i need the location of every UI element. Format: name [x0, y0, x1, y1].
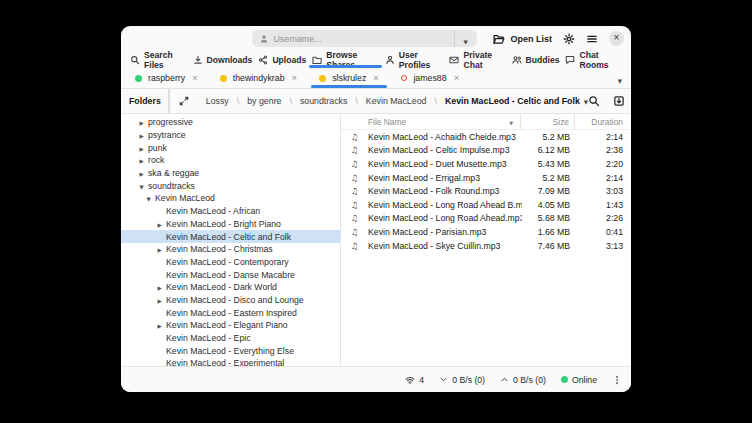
user-tab[interactable]: raspberry	[124, 68, 209, 88]
tree-row[interactable]: Kevin MacLeod - Everything Else	[121, 344, 340, 357]
close-icon[interactable]	[292, 73, 298, 83]
expander-icon[interactable]	[135, 181, 148, 191]
file-row[interactable]: Kevin MacLeod - Achaidh Cheide.mp3 5.2 M…	[341, 130, 631, 144]
tree-row[interactable]: Kevin MacLeod - African	[121, 205, 340, 218]
expand-all-button[interactable]	[179, 96, 189, 106]
user-tab[interactable]: slskrulez	[308, 68, 390, 88]
column-header-filename[interactable]: File Name	[341, 114, 521, 129]
expander-icon[interactable]	[135, 168, 148, 178]
expander-icon[interactable]	[153, 320, 166, 330]
window-close-button[interactable]	[609, 31, 624, 46]
close-icon[interactable]	[373, 73, 379, 83]
connections-count: 4	[419, 375, 424, 385]
expander-icon[interactable]	[135, 117, 148, 127]
preferences-button[interactable]	[563, 33, 575, 45]
download-rate-indicator[interactable]: 0 B/s (0)	[439, 375, 485, 385]
tree-row[interactable]: Kevin MacLeod - Christmas	[121, 243, 340, 256]
tree-row[interactable]: ska & reggae	[121, 167, 340, 180]
file-row[interactable]: Kevin MacLeod - Long Road Ahead.mp3 5.68…	[341, 212, 631, 226]
tree-row[interactable]: Kevin MacLeod - Eastern Inspired	[121, 306, 340, 319]
file-row[interactable]: Kevin MacLeod - Long Road Ahead B.mp3 4.…	[341, 198, 631, 212]
online-status[interactable]: Online	[561, 375, 597, 385]
column-header-duration[interactable]: Duration	[575, 114, 631, 129]
music-note-icon	[341, 213, 368, 223]
user-tab[interactable]: thewindykrab	[209, 68, 308, 88]
file-name: Kevin MacLeod - Skye Cuillin.mp3	[368, 241, 522, 251]
upload-rate-indicator[interactable]: 0 B/s (0)	[500, 375, 546, 385]
expander-icon[interactable]	[135, 155, 148, 165]
music-note-icon	[341, 145, 368, 155]
tree-row[interactable]: punk	[121, 141, 340, 154]
tree-row[interactable]: psytrance	[121, 129, 340, 142]
file-size: 7.46 MB	[522, 241, 575, 251]
column-header-size[interactable]: Size	[521, 114, 575, 129]
folder-tree: progressive psytrance punk rock ska & re…	[121, 114, 341, 366]
header-actions: Open List	[493, 26, 624, 51]
file-row[interactable]: Kevin MacLeod - Parisian.mp3 1.66 MB 0:4…	[341, 225, 631, 239]
primary-tab[interactable]: User Profiles	[382, 51, 447, 68]
username-input[interactable]: Username…	[252, 30, 454, 47]
hamburger-menu-button[interactable]	[586, 33, 598, 45]
tree-row[interactable]: Kevin MacLeod - Experimental	[121, 357, 340, 366]
tree-row[interactable]: Kevin MacLeod - Elegant Piano	[121, 319, 340, 332]
file-row[interactable]: Kevin MacLeod - Skye Cuillin.mp3 7.46 MB…	[341, 239, 631, 253]
breadcrumb-segment[interactable]: soundtracks \	[300, 96, 358, 106]
file-row[interactable]: Kevin MacLeod - Celtic Impulse.mp3 6.12 …	[341, 144, 631, 158]
expander-icon[interactable]	[153, 295, 166, 305]
close-icon[interactable]	[192, 73, 198, 83]
tree-row[interactable]: Kevin MacLeod - Celtic and Folk	[121, 230, 340, 243]
tree-row[interactable]: Kevin MacLeod - Contemporary	[121, 256, 340, 269]
tree-row-label: Kevin MacLeod - Danse Macabre	[166, 270, 295, 280]
breadcrumb-segment[interactable]: Lossy \	[206, 96, 239, 106]
tree-row[interactable]: Kevin MacLeod - Disco and Lounge	[121, 294, 340, 307]
breadcrumb-segment[interactable]: Kevin MacLeod \	[366, 96, 437, 106]
file-name: Kevin MacLeod - Long Road Ahead.mp3	[368, 213, 522, 223]
tree-row[interactable]: Kevin MacLeod	[121, 192, 340, 205]
primary-tab[interactable]: Downloads	[190, 51, 256, 68]
tree-row[interactable]: rock	[121, 154, 340, 167]
primary-tab[interactable]: Private Chat	[446, 51, 508, 68]
expander-icon[interactable]	[142, 193, 155, 203]
expander-icon[interactable]	[135, 143, 148, 153]
user-tab[interactable]: james88	[390, 68, 470, 88]
breadcrumb: Lossy \ by genre \ soundtracks \ Kevin M…	[206, 96, 588, 106]
username-dropdown-button[interactable]	[454, 30, 477, 47]
folder-open-icon	[493, 33, 505, 45]
file-row[interactable]: Kevin MacLeod - Errigal.mp3 5.2 MB 2:14	[341, 171, 631, 185]
toolbar-actions	[588, 95, 631, 107]
tab-overflow-button[interactable]	[618, 69, 622, 87]
primary-tab[interactable]: Search Files	[127, 51, 190, 68]
tree-row[interactable]: Kevin MacLeod - Danse Macabre	[121, 268, 340, 281]
user-status-icon	[401, 75, 408, 82]
tree-row-label: Kevin MacLeod - Epic	[166, 333, 251, 343]
search-folders-button[interactable]	[588, 95, 600, 107]
folder-count-badge[interactable]: 6,801	[169, 89, 170, 114]
file-size: 5.43 MB	[522, 159, 575, 169]
close-icon[interactable]	[454, 73, 460, 83]
open-list-button[interactable]: Open List	[493, 33, 552, 45]
expander-icon[interactable]	[153, 282, 166, 292]
expander-icon[interactable]	[135, 130, 148, 140]
tree-row[interactable]: soundtracks	[121, 179, 340, 192]
expander-icon[interactable]	[153, 219, 166, 229]
breadcrumb-current[interactable]: Kevin MacLeod - Celtic and Folk	[445, 96, 588, 106]
primary-tab[interactable]: Browse Shares	[309, 51, 382, 68]
file-row[interactable]: Kevin MacLeod - Duet Musette.mp3 5.43 MB…	[341, 157, 631, 171]
tree-row-label: Kevin MacLeod	[155, 193, 215, 203]
tree-row[interactable]: Kevin MacLeod - Bright Piano	[121, 218, 340, 231]
primary-tab[interactable]: Uploads	[255, 51, 309, 68]
status-menu-button[interactable]	[612, 375, 622, 385]
tree-row[interactable]: Kevin MacLeod - Epic	[121, 332, 340, 345]
breadcrumb-segment[interactable]: by genre \	[247, 96, 292, 106]
save-list-button[interactable]	[613, 95, 625, 107]
connections-indicator[interactable]: 4	[405, 375, 424, 385]
tree-row[interactable]: Kevin MacLeod - Dark World	[121, 281, 340, 294]
expander-icon[interactable]	[153, 244, 166, 254]
primary-tab[interactable]: Chat Rooms	[562, 51, 625, 68]
primary-tab-label: Private Chat	[463, 50, 505, 70]
file-row[interactable]: Kevin MacLeod - Folk Round.mp3 7.09 MB 3…	[341, 184, 631, 198]
primary-tab-label: Chat Rooms	[579, 50, 622, 70]
file-duration: 2:14	[575, 132, 631, 142]
tree-row[interactable]: progressive	[121, 116, 340, 129]
primary-tab[interactable]: Buddies	[509, 51, 563, 68]
